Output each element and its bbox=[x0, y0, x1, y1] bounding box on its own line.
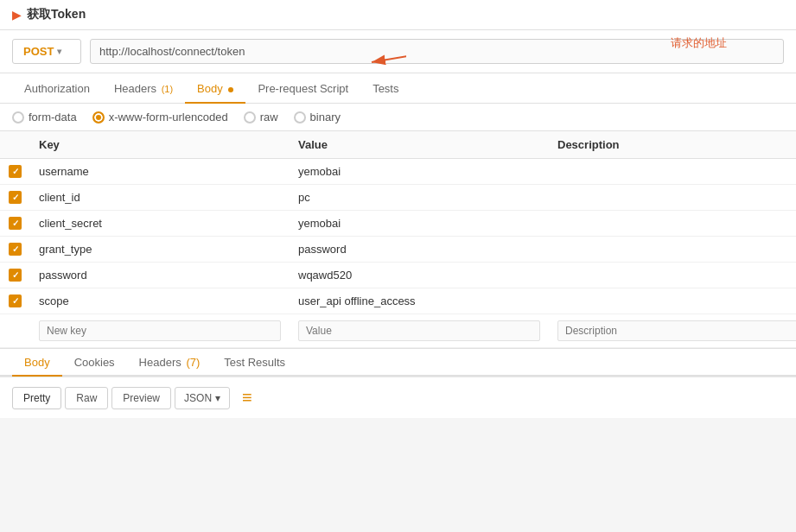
new-key-row bbox=[0, 314, 796, 348]
method-button[interactable]: POST ▾ bbox=[12, 39, 81, 64]
tab-tests[interactable]: Tests bbox=[360, 73, 411, 104]
row-key: client_id bbox=[30, 185, 290, 211]
table-row: password wqawd520 bbox=[0, 263, 796, 288]
response-toolbar: Pretty Raw Preview JSON ▾ ≡ bbox=[0, 377, 796, 418]
row-description bbox=[549, 237, 796, 263]
new-value-input[interactable] bbox=[298, 320, 540, 341]
table-row: client_id pc bbox=[0, 185, 796, 211]
row-key: grant_type bbox=[30, 237, 290, 263]
request-tabs-bar: Authorization Headers (1) Body Pre-reque… bbox=[0, 73, 796, 104]
expand-icon: ▶ bbox=[12, 8, 22, 22]
row-key: scope bbox=[30, 288, 290, 314]
col-key-header: Key bbox=[30, 131, 290, 159]
response-tab-headers[interactable]: Headers (7) bbox=[127, 349, 213, 377]
tab-pre-request-script[interactable]: Pre-request Script bbox=[245, 73, 360, 104]
row-description bbox=[549, 159, 796, 185]
col-value-header: Value bbox=[290, 131, 549, 159]
annotation-label: 请求的地址 bbox=[671, 35, 727, 51]
table-row: username yemobai bbox=[0, 159, 796, 185]
row-key: client_secret bbox=[30, 211, 290, 237]
row-description bbox=[549, 185, 796, 211]
response-tab-body[interactable]: Body bbox=[12, 349, 62, 377]
table-row: client_secret yemobai bbox=[0, 211, 796, 237]
col-desc-header: Description bbox=[549, 131, 796, 159]
row-checkbox[interactable] bbox=[9, 191, 22, 204]
row-value: pc bbox=[290, 185, 549, 211]
radio-raw bbox=[244, 111, 256, 124]
new-desc-input[interactable] bbox=[557, 320, 796, 341]
row-value: yemobai bbox=[290, 159, 549, 185]
wrap-icon[interactable]: ≡ bbox=[237, 384, 258, 411]
preview-button[interactable]: Preview bbox=[111, 387, 171, 409]
new-key-input[interactable] bbox=[39, 320, 281, 341]
format-dropdown-button[interactable]: JSON ▾ bbox=[175, 387, 230, 409]
response-headers-badge: (7) bbox=[186, 356, 200, 369]
headers-badge: (1) bbox=[162, 84, 173, 94]
row-value: password bbox=[290, 237, 549, 263]
row-description bbox=[549, 288, 796, 314]
response-tab-test-results[interactable]: Test Results bbox=[212, 349, 297, 377]
new-desc-cell bbox=[549, 314, 796, 348]
radio-x-www-form-urlencoded bbox=[92, 111, 105, 124]
row-key: username bbox=[30, 159, 290, 185]
row-checkbox-cell[interactable] bbox=[0, 263, 30, 288]
row-checkbox[interactable] bbox=[9, 269, 22, 282]
row-value: yemobai bbox=[290, 211, 549, 237]
row-checkbox[interactable] bbox=[9, 165, 22, 178]
request-title: 获取Token bbox=[27, 7, 86, 22]
row-checkbox-cell[interactable] bbox=[0, 211, 30, 237]
new-row-check-cell bbox=[0, 314, 30, 348]
table-header-row: Key Value Description bbox=[0, 131, 796, 159]
row-checkbox-cell[interactable] bbox=[0, 288, 30, 314]
option-raw[interactable]: raw bbox=[244, 111, 278, 124]
row-value: user_api offline_access bbox=[290, 288, 549, 314]
body-options-bar: form-data x-www-form-urlencoded raw bina… bbox=[0, 104, 796, 131]
body-dot bbox=[228, 87, 233, 92]
params-table-container: Key Value Description username yemobai c… bbox=[0, 131, 796, 349]
top-bar: ▶ 获取Token bbox=[0, 0, 796, 30]
option-x-www-form-urlencoded[interactable]: x-www-form-urlencoded bbox=[92, 111, 228, 124]
response-tabs-bar: Body Cookies Headers (7) Test Results bbox=[0, 349, 796, 377]
new-key-cell bbox=[30, 314, 290, 348]
method-chevron-icon: ▾ bbox=[57, 47, 61, 56]
tab-body[interactable]: Body bbox=[185, 73, 245, 104]
table-row: grant_type password bbox=[0, 237, 796, 263]
radio-form-data bbox=[12, 111, 24, 124]
params-table: Key Value Description username yemobai c… bbox=[0, 131, 796, 348]
row-key: password bbox=[30, 263, 290, 288]
row-description bbox=[549, 211, 796, 237]
row-checkbox-cell[interactable] bbox=[0, 185, 30, 211]
option-binary[interactable]: binary bbox=[294, 111, 341, 124]
new-value-cell bbox=[290, 314, 549, 348]
row-checkbox-cell[interactable] bbox=[0, 237, 30, 263]
pretty-button[interactable]: Pretty bbox=[12, 387, 61, 409]
option-form-data[interactable]: form-data bbox=[12, 111, 77, 124]
row-checkbox[interactable] bbox=[9, 294, 22, 307]
response-tab-cookies[interactable]: Cookies bbox=[62, 349, 127, 377]
method-label: POST bbox=[23, 45, 54, 58]
row-checkbox[interactable] bbox=[9, 243, 22, 256]
tab-authorization[interactable]: Authorization bbox=[12, 73, 102, 104]
row-value: wqawd520 bbox=[290, 263, 549, 288]
row-checkbox-cell[interactable] bbox=[0, 159, 30, 185]
radio-binary bbox=[294, 111, 306, 124]
table-row: scope user_api offline_access bbox=[0, 288, 796, 314]
row-description bbox=[549, 263, 796, 288]
raw-button[interactable]: Raw bbox=[65, 387, 108, 409]
col-check-header bbox=[0, 131, 30, 159]
request-bar: POST ▾ 请求的地址 bbox=[0, 30, 796, 73]
tab-headers[interactable]: Headers (1) bbox=[102, 73, 185, 104]
format-chevron-icon: ▾ bbox=[215, 392, 220, 404]
row-checkbox[interactable] bbox=[9, 217, 22, 230]
